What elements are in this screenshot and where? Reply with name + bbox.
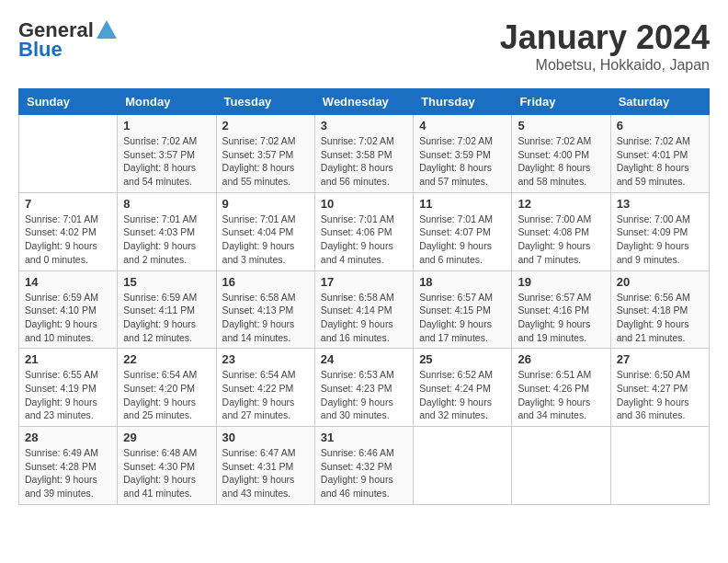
day-cell: 15 Sunrise: 6:59 AM Sunset: 4:11 PM Dayl… [118,270,216,349]
day-cell: 10 Sunrise: 7:01 AM Sunset: 4:06 PM Dayl… [314,192,413,270]
week-row-3: 14 Sunrise: 6:59 AM Sunset: 4:10 PM Dayl… [19,270,710,349]
day-number: 9 [222,197,309,211]
day-detail: Sunrise: 7:01 AM Sunset: 4:06 PM Dayligh… [321,213,407,267]
day-detail: Sunrise: 7:02 AM Sunset: 4:00 PM Dayligh… [518,134,604,189]
day-number: 14 [25,275,111,289]
day-number: 3 [321,119,407,132]
day-cell: 26 Sunrise: 6:51 AM Sunset: 4:26 PM Dayl… [512,349,610,427]
day-detail: Sunrise: 6:58 AM Sunset: 4:14 PM Dayligh… [321,291,407,345]
day-detail: Sunrise: 6:59 AM Sunset: 4:11 PM Dayligh… [123,291,210,345]
week-row-4: 21 Sunrise: 6:55 AM Sunset: 4:19 PM Dayl… [19,349,710,427]
header-tuesday: Tuesday [216,89,314,115]
day-cell [19,115,118,193]
day-number: 30 [222,431,309,444]
day-number: 24 [321,352,407,366]
logo-text-blue: Blue [18,39,117,61]
header-saturday: Saturday [610,89,709,115]
day-cell: 22 Sunrise: 6:54 AM Sunset: 4:20 PM Dayl… [118,349,216,427]
day-cell: 5 Sunrise: 7:02 AM Sunset: 4:00 PM Dayli… [512,115,610,193]
day-detail: Sunrise: 7:02 AM Sunset: 3:58 PM Dayligh… [321,134,407,189]
day-cell [512,427,610,505]
day-detail: Sunrise: 6:54 AM Sunset: 4:20 PM Dayligh… [123,368,210,422]
day-number: 27 [617,352,703,366]
day-cell: 24 Sunrise: 6:53 AM Sunset: 4:23 PM Dayl… [314,349,413,427]
day-cell: 1 Sunrise: 7:02 AM Sunset: 3:57 PM Dayli… [118,115,216,193]
header-friday: Friday [512,89,610,115]
calendar-table: SundayMondayTuesdayWednesdayThursdayFrid… [18,88,710,505]
day-cell: 14 Sunrise: 6:59 AM Sunset: 4:10 PM Dayl… [19,270,118,349]
day-number: 16 [222,275,309,289]
day-cell: 4 Sunrise: 7:02 AM Sunset: 3:59 PM Dayli… [414,115,512,193]
calendar-header-row: SundayMondayTuesdayWednesdayThursdayFrid… [19,89,710,115]
day-number: 22 [123,352,210,366]
day-detail: Sunrise: 7:01 AM Sunset: 4:02 PM Dayligh… [25,213,111,267]
day-detail: Sunrise: 6:57 AM Sunset: 4:15 PM Dayligh… [419,291,506,345]
day-number: 17 [321,275,407,289]
day-number: 5 [518,119,604,132]
day-detail: Sunrise: 6:55 AM Sunset: 4:19 PM Dayligh… [25,368,111,422]
day-detail: Sunrise: 6:54 AM Sunset: 4:22 PM Dayligh… [222,368,309,422]
day-cell: 12 Sunrise: 7:00 AM Sunset: 4:08 PM Dayl… [512,192,610,270]
day-detail: Sunrise: 7:01 AM Sunset: 4:04 PM Dayligh… [222,213,309,267]
day-detail: Sunrise: 6:50 AM Sunset: 4:27 PM Dayligh… [617,368,703,422]
day-cell: 16 Sunrise: 6:58 AM Sunset: 4:13 PM Dayl… [216,270,314,349]
day-number: 18 [419,275,506,289]
day-cell: 25 Sunrise: 6:52 AM Sunset: 4:24 PM Dayl… [414,349,512,427]
day-detail: Sunrise: 6:51 AM Sunset: 4:26 PM Dayligh… [518,368,604,422]
day-number: 31 [321,431,407,444]
day-cell: 23 Sunrise: 6:54 AM Sunset: 4:22 PM Dayl… [216,349,314,427]
day-detail: Sunrise: 6:47 AM Sunset: 4:31 PM Dayligh… [222,446,309,500]
day-cell [610,427,709,505]
day-detail: Sunrise: 6:56 AM Sunset: 4:18 PM Dayligh… [617,291,703,345]
day-cell: 8 Sunrise: 7:01 AM Sunset: 4:03 PM Dayli… [118,192,216,270]
day-detail: Sunrise: 6:48 AM Sunset: 4:30 PM Dayligh… [123,446,210,500]
page-header: General Blue January 2024 Mobetsu, Hokka… [18,18,710,74]
day-number: 13 [617,197,703,211]
week-row-5: 28 Sunrise: 6:49 AM Sunset: 4:28 PM Dayl… [19,427,710,505]
day-number: 29 [123,431,210,444]
day-detail: Sunrise: 6:59 AM Sunset: 4:10 PM Dayligh… [25,291,111,345]
title-block: January 2024 Mobetsu, Hokkaido, Japan [500,18,710,74]
day-detail: Sunrise: 6:46 AM Sunset: 4:32 PM Dayligh… [321,446,407,500]
day-number: 7 [25,197,111,211]
day-number: 25 [419,352,506,366]
day-number: 12 [518,197,604,211]
header-wednesday: Wednesday [314,89,413,115]
day-number: 6 [617,119,703,132]
day-number: 21 [25,352,111,366]
day-cell: 9 Sunrise: 7:01 AM Sunset: 4:04 PM Dayli… [216,192,314,270]
day-detail: Sunrise: 7:02 AM Sunset: 3:59 PM Dayligh… [419,134,506,189]
day-cell: 3 Sunrise: 7:02 AM Sunset: 3:58 PM Dayli… [314,115,413,193]
day-cell: 7 Sunrise: 7:01 AM Sunset: 4:02 PM Dayli… [19,192,118,270]
day-cell: 31 Sunrise: 6:46 AM Sunset: 4:32 PM Dayl… [314,427,413,505]
day-cell: 6 Sunrise: 7:02 AM Sunset: 4:01 PM Dayli… [610,115,709,193]
day-detail: Sunrise: 7:02 AM Sunset: 3:57 PM Dayligh… [222,134,309,189]
day-cell: 28 Sunrise: 6:49 AM Sunset: 4:28 PM Dayl… [19,427,118,505]
day-cell: 13 Sunrise: 7:00 AM Sunset: 4:09 PM Dayl… [610,192,709,270]
week-row-1: 1 Sunrise: 7:02 AM Sunset: 3:57 PM Dayli… [19,115,710,193]
day-number: 20 [617,275,703,289]
day-number: 4 [419,119,506,132]
day-cell: 2 Sunrise: 7:02 AM Sunset: 3:57 PM Dayli… [216,115,314,193]
logo-icon [97,20,117,39]
day-cell: 27 Sunrise: 6:50 AM Sunset: 4:27 PM Dayl… [610,349,709,427]
day-detail: Sunrise: 6:57 AM Sunset: 4:16 PM Dayligh… [518,291,604,345]
day-cell: 29 Sunrise: 6:48 AM Sunset: 4:30 PM Dayl… [118,427,216,505]
day-detail: Sunrise: 7:01 AM Sunset: 4:03 PM Dayligh… [123,213,210,267]
day-number: 19 [518,275,604,289]
day-cell: 11 Sunrise: 7:01 AM Sunset: 4:07 PM Dayl… [414,192,512,270]
day-number: 28 [25,431,111,444]
day-number: 11 [419,197,506,211]
header-thursday: Thursday [414,89,512,115]
day-cell: 21 Sunrise: 6:55 AM Sunset: 4:19 PM Dayl… [19,349,118,427]
location: Mobetsu, Hokkaido, Japan [500,57,710,74]
day-cell: 20 Sunrise: 6:56 AM Sunset: 4:18 PM Dayl… [610,270,709,349]
week-row-2: 7 Sunrise: 7:01 AM Sunset: 4:02 PM Dayli… [19,192,710,270]
day-number: 8 [123,197,210,211]
day-cell: 17 Sunrise: 6:58 AM Sunset: 4:14 PM Dayl… [314,270,413,349]
day-number: 26 [518,352,604,366]
day-number: 1 [123,119,210,132]
day-detail: Sunrise: 6:49 AM Sunset: 4:28 PM Dayligh… [25,446,111,500]
day-cell: 30 Sunrise: 6:47 AM Sunset: 4:31 PM Dayl… [216,427,314,505]
day-detail: Sunrise: 6:52 AM Sunset: 4:24 PM Dayligh… [419,368,506,422]
